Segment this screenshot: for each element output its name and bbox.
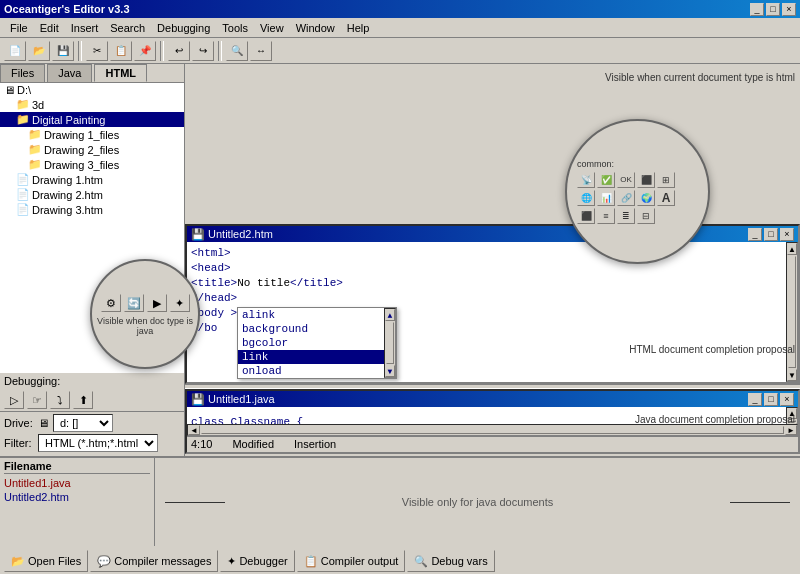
debug-tool-1[interactable]: ▷ bbox=[4, 391, 24, 409]
file-list-item-java[interactable]: Untitled1.java bbox=[4, 476, 150, 490]
html-tool-8[interactable]: 🌍 bbox=[637, 190, 655, 206]
scroll-thumb[interactable] bbox=[386, 322, 394, 364]
html-minimize-button[interactable]: _ bbox=[748, 228, 762, 241]
open-button[interactable]: 📂 bbox=[28, 41, 50, 61]
redo-button[interactable]: ↪ bbox=[192, 41, 214, 61]
tab-files[interactable]: Files bbox=[0, 64, 45, 82]
window-controls: _ □ × bbox=[750, 3, 796, 16]
tree-item-drawing3-files[interactable]: 📁 Drawing 3_files bbox=[0, 157, 184, 172]
html-tool-3[interactable]: ⬛ bbox=[637, 172, 655, 188]
tree-item-drawing1-htm[interactable]: 📄 Drawing 1.htm bbox=[0, 172, 184, 187]
tree-item-digital-painting[interactable]: 📁 Digital Painting bbox=[0, 112, 184, 127]
java-maximize-button[interactable]: □ bbox=[764, 393, 778, 406]
debugger-button[interactable]: ✦ Debugger bbox=[220, 550, 294, 572]
file-list-item-html[interactable]: Untitled2.htm bbox=[4, 490, 150, 504]
html-tool-7[interactable]: 🔗 bbox=[617, 190, 635, 206]
completion-scrollbar[interactable]: ▲ ▼ bbox=[384, 308, 396, 378]
html-completion-item[interactable]: background bbox=[238, 322, 384, 336]
new-button[interactable]: 📄 bbox=[4, 41, 26, 61]
html-tool-5[interactable]: 🌐 bbox=[577, 190, 595, 206]
code-line: <head> bbox=[191, 261, 782, 276]
java-tool-2[interactable]: 🔄 bbox=[124, 294, 144, 312]
menu-debugging[interactable]: Debugging bbox=[151, 20, 216, 36]
java-tool-3[interactable]: ▶ bbox=[147, 294, 167, 312]
paste-button[interactable]: 📌 bbox=[134, 41, 156, 61]
java-tool-4[interactable]: ✦ bbox=[170, 294, 190, 312]
tree-item-3d[interactable]: 📁 3d bbox=[0, 97, 184, 112]
scroll-down[interactable]: ▼ bbox=[787, 369, 797, 381]
main-toolbar: 📄 📂 💾 ✂ 📋 📌 ↩ ↪ 🔍 ↔ bbox=[0, 38, 800, 64]
debug-vars-button[interactable]: 🔍 Debug vars bbox=[407, 550, 494, 572]
scroll-down[interactable]: ▼ bbox=[385, 365, 395, 377]
folder-icon: 📁 bbox=[28, 143, 42, 156]
scroll-thumb-h[interactable] bbox=[201, 426, 784, 434]
scroll-up[interactable]: ▲ bbox=[787, 243, 797, 255]
minimize-button[interactable]: _ bbox=[750, 3, 764, 16]
debug-tool-3[interactable]: ⤵ bbox=[50, 391, 70, 409]
undo-button[interactable]: ↩ bbox=[168, 41, 190, 61]
html-tool-4[interactable]: ⊞ bbox=[657, 172, 675, 188]
copy-button[interactable]: 📋 bbox=[110, 41, 132, 61]
html-tool-6[interactable]: 📊 bbox=[597, 190, 615, 206]
html-maximize-button[interactable]: □ bbox=[764, 228, 778, 241]
html-close-button[interactable]: × bbox=[780, 228, 794, 241]
html-tool-11[interactable]: ≣ bbox=[617, 208, 635, 224]
tree-item-drawing1-files[interactable]: 📁 Drawing 1_files bbox=[0, 127, 184, 142]
menu-file[interactable]: File bbox=[4, 20, 34, 36]
html-completion-item-selected[interactable]: link bbox=[238, 350, 384, 364]
java-minimize-button[interactable]: _ bbox=[748, 393, 762, 406]
open-files-button[interactable]: 📂 Open Files bbox=[4, 550, 88, 572]
search-button[interactable]: 🔍 bbox=[226, 41, 248, 61]
editor-splitter[interactable] bbox=[185, 384, 800, 389]
cut-button[interactable]: ✂ bbox=[86, 41, 108, 61]
tree-item-drawing3-htm[interactable]: 📄 Drawing 3.htm bbox=[0, 202, 184, 217]
debug-tool-2[interactable]: ☞ bbox=[27, 391, 47, 409]
menu-tools[interactable]: Tools bbox=[216, 20, 254, 36]
tab-java[interactable]: Java bbox=[47, 64, 92, 82]
menu-search[interactable]: Search bbox=[104, 20, 151, 36]
menu-insert[interactable]: Insert bbox=[65, 20, 105, 36]
html-completion-item[interactable]: bgcolor bbox=[238, 336, 384, 350]
menu-view[interactable]: View bbox=[254, 20, 290, 36]
replace-button[interactable]: ↔ bbox=[250, 41, 272, 61]
html-toolbar-row-3: ⬛ ≡ ≣ ⊟ bbox=[577, 207, 698, 225]
html-tool-ok[interactable]: OK bbox=[617, 172, 635, 188]
position-indicator: 4:10 bbox=[191, 438, 212, 451]
java-tool-1[interactable]: ⚙ bbox=[101, 294, 121, 312]
compiler-output-button[interactable]: 📋 Compiler output bbox=[297, 550, 406, 572]
bottom-panel: Filename Untitled1.java Untitled2.htm Vi… bbox=[0, 456, 800, 546]
menu-help[interactable]: Help bbox=[341, 20, 376, 36]
java-close-button[interactable]: × bbox=[780, 393, 794, 406]
html-tool-9[interactable]: ⬛ bbox=[577, 208, 595, 224]
scroll-right[interactable]: ► bbox=[785, 425, 797, 435]
tree-item-d[interactable]: 🖥 D:\ bbox=[0, 83, 184, 97]
html-tool-10[interactable]: ≡ bbox=[597, 208, 615, 224]
menu-edit[interactable]: Edit bbox=[34, 20, 65, 36]
tab-html[interactable]: HTML bbox=[94, 64, 147, 82]
menu-window[interactable]: Window bbox=[290, 20, 341, 36]
file-icon: 📄 bbox=[16, 173, 30, 186]
debug-tool-4[interactable]: ⬆ bbox=[73, 391, 93, 409]
scroll-left[interactable]: ◄ bbox=[188, 425, 200, 435]
save-button[interactable]: 💾 bbox=[52, 41, 74, 61]
html-tool-1[interactable]: 📡 bbox=[577, 172, 595, 188]
html-completion-item[interactable]: onload bbox=[238, 364, 384, 378]
compiler-messages-button[interactable]: 💬 Compiler messages bbox=[90, 550, 218, 572]
html-completion-dropdown[interactable]: alink background bgcolor link onload ▲ ▼ bbox=[237, 307, 397, 379]
html-editor-content[interactable]: <html> <head> <title>No title</title> </… bbox=[187, 242, 786, 382]
maximize-button[interactable]: □ bbox=[766, 3, 780, 16]
html-completion-item[interactable]: alink bbox=[238, 308, 384, 322]
filter-select[interactable]: HTML (*.htm;*.html bbox=[38, 434, 158, 452]
html-tool-A[interactable]: A bbox=[657, 190, 675, 206]
java-scrollbar-h[interactable]: ◄ ► bbox=[187, 424, 798, 436]
code-line: <title>No title</title> bbox=[191, 276, 782, 291]
drive-row: Drive: 🖥 d: [] bbox=[4, 414, 180, 432]
tree-item-drawing2-files[interactable]: 📁 Drawing 2_files bbox=[0, 142, 184, 157]
html-tool-2[interactable]: ✅ bbox=[597, 172, 615, 188]
drive-select[interactable]: d: [] bbox=[53, 414, 113, 432]
scroll-up[interactable]: ▲ bbox=[385, 309, 395, 321]
close-button[interactable]: × bbox=[782, 3, 796, 16]
tree-item-drawing2-htm[interactable]: 📄 Drawing 2.htm bbox=[0, 187, 184, 202]
html-scrollbar-v[interactable]: ▲ ▼ bbox=[786, 242, 798, 382]
html-tool-12[interactable]: ⊟ bbox=[637, 208, 655, 224]
